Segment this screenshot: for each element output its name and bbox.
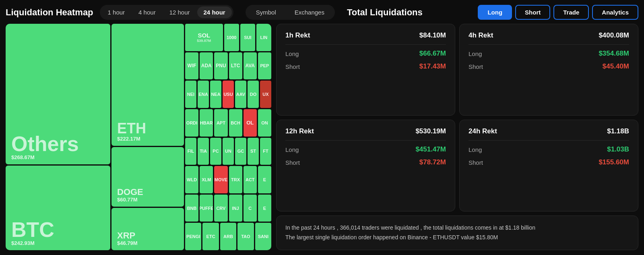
action-group: Long Short Trade Analytics [478,5,638,20]
cell-ftm[interactable]: FT [260,138,271,165]
cell-puff[interactable]: PUFFE [200,195,213,222]
cell-do[interactable]: DO [248,81,259,108]
heatmap-row-pengi: PENGI ETC ARB TAO SANI [185,223,271,250]
cell-btc[interactable]: BTC $242.93M [6,166,110,250]
cell-bnb[interactable]: BNB [185,195,198,222]
cell-usu[interactable]: USU [223,81,234,108]
cell-crv[interactable]: CRV [214,195,227,222]
heatmap-row-nei: NEI ENA NEA USU AAV DO UX [185,81,271,108]
cell-stx[interactable]: ST [248,138,259,165]
time-btn-12h[interactable]: 12 hour [163,6,196,18]
cell-hbar[interactable]: HBAR [200,109,213,137]
cell-pol[interactable]: PC [210,138,221,165]
heatmap-row-sol: SOL $39.87M 1000 SUI LIN [185,24,271,51]
cell-oni[interactable]: ON [258,109,271,137]
btc-value: $242.93M [11,240,35,246]
stat-row-12h-short: Short $78.72M [285,158,446,166]
stat-1h-long-label: Long [285,50,299,57]
cell-doge[interactable]: DOGE $60.77M [111,147,184,207]
cell-move[interactable]: MOVE [214,166,227,193]
heatmap-row-wld: WLD XLM MOVE TRX ACT E [185,166,271,193]
stat-12h-long-value: $451.47M [415,145,446,153]
long-action-btn[interactable]: Long [478,5,512,20]
cell-xrp[interactable]: XRP $46.79M [111,208,184,250]
stat-4h-title: 4h Rekt [469,31,493,39]
app-title: Liquidation Heatmap [6,7,93,18]
cell-ena[interactable]: ENA [198,81,209,108]
stat-1h-short-label: Short [285,63,300,70]
cell-arb[interactable]: ARB [220,223,236,250]
cell-xlm[interactable]: XLM [200,166,213,193]
divider [285,44,446,45]
time-btn-1h[interactable]: 1 hour [101,6,132,18]
info-text: In the past 24 hours , 366,014 traders w… [285,223,629,243]
cell-sani[interactable]: SANI [255,223,271,250]
cell-others[interactable]: Others $268.67M [6,24,110,164]
cell-tia[interactable]: TIA [198,138,209,165]
cell-sui[interactable]: SUI [240,24,255,51]
cell-trx[interactable]: TRX [229,166,242,193]
cell-nea[interactable]: NEA [210,81,221,108]
cell-ol[interactable]: OL [244,109,257,137]
symbol-filter-btn[interactable]: Symbol [247,6,285,18]
cell-uxi[interactable]: UX [260,81,271,108]
stat-4h-long-label: Long [469,50,482,57]
stat-card-4h: 4h Rekt $400.08M Long $354.68M Short $45… [459,24,638,116]
cell-e2[interactable]: E [258,195,271,222]
divider [285,140,446,141]
short-action-btn[interactable]: Short [515,5,550,20]
cell-inj[interactable]: INJ [229,195,242,222]
header: Liquidation Heatmap 1 hour 4 hour 12 hou… [6,5,638,20]
cell-ava[interactable]: AVA [244,52,257,80]
stat-card-12h: 12h Rekt $530.19M Long $451.47M Short $7… [276,120,455,211]
cell-aav[interactable]: AAV [235,81,246,108]
doge-name: DOGE [117,188,143,197]
cell-e[interactable]: E [258,166,271,193]
time-filter-group: 1 hour 4 hour 12 hour 24 hour [100,5,233,20]
stat-row-4h-short: Short $45.40M [469,62,629,70]
trade-action-btn[interactable]: Trade [553,5,589,20]
cell-bch[interactable]: BCH [229,109,242,137]
divider [469,44,629,45]
stat-1h-total: $84.10M [419,31,446,39]
eth-value: $222.17M [117,136,140,142]
cell-c[interactable]: C [244,195,257,222]
cell-sol[interactable]: SOL $39.87M [185,24,223,51]
stat-4h-short-label: Short [469,63,483,70]
stat-row-12h-long: Long $451.47M [285,145,446,153]
cell-tao[interactable]: TAO [237,223,254,250]
time-btn-4h[interactable]: 4 hour [132,6,162,18]
cell-eth[interactable]: ETH $222.17M [111,24,184,146]
time-btn-24h[interactable]: 24 hour [197,6,232,18]
cell-fil[interactable]: FIL [185,138,196,165]
cell-lin[interactable]: LIN [256,24,271,51]
cell-wld[interactable]: WLD [185,166,198,193]
stat-12h-total: $530.19M [415,127,446,135]
cell-pep[interactable]: PEP [258,52,271,80]
cell-etc[interactable]: ETC [202,223,219,250]
cell-pnu[interactable]: PNU [214,52,227,80]
stat-12h-title: 12h Rekt [285,127,314,135]
exchanges-filter-btn[interactable]: Exchanges [286,6,333,18]
cell-apt[interactable]: APT [214,109,227,137]
stat-12h-short-label: Short [285,159,300,166]
stat-4h-total: $400.08M [599,31,629,39]
cell-ada[interactable]: ADA [200,52,213,80]
stat-row-12h-total: 12h Rekt $530.19M [285,127,446,135]
cell-pengi[interactable]: PENGI [185,223,201,250]
cell-act[interactable]: ACT [244,166,257,193]
main-content: Others $268.67M BTC $242.93M ETH $222.17… [6,24,638,250]
cell-ltc[interactable]: LTC [229,52,242,80]
cell-wif[interactable]: WIF [185,52,198,80]
info-card: In the past 24 hours , 366,014 traders w… [276,216,638,250]
stat-4h-short-value: $45.40M [603,62,629,70]
heatmap-mini-grid: SOL $39.87M 1000 SUI LIN WIF ADA PNU LTC… [185,24,271,250]
cell-nei[interactable]: NEI [185,81,196,108]
heatmap-row-bnb: BNB PUFFE CRV INJ C E [185,195,271,222]
analytics-action-btn[interactable]: Analytics [592,5,638,20]
eth-name: ETH [117,121,146,136]
cell-ordi[interactable]: ORDI [185,109,198,137]
cell-got[interactable]: GC [235,138,246,165]
cell-1000[interactable]: 1000 [224,24,239,51]
cell-uni[interactable]: UN [223,138,234,165]
